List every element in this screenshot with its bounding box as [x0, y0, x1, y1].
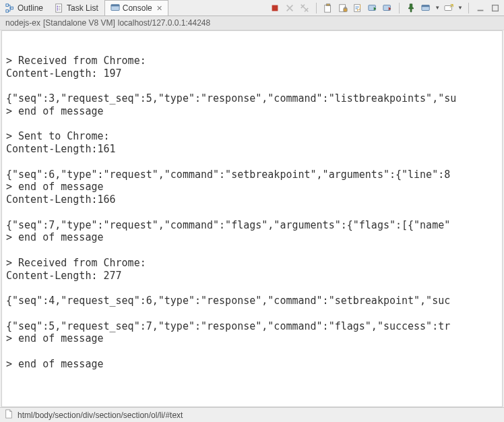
word-wrap-button[interactable]	[352, 2, 364, 14]
task-icon	[55, 3, 64, 13]
minimize-button[interactable]	[474, 2, 486, 14]
svg-rect-14	[327, 3, 330, 5]
svg-rect-12	[272, 5, 278, 11]
view-tabs: Outline Task List Console ✕	[0, 0, 168, 16]
svg-rect-13	[325, 5, 331, 12]
tab-task-list[interactable]: Task List	[49, 0, 104, 16]
remove-all-button[interactable]	[298, 2, 311, 14]
separator	[468, 3, 469, 13]
clear-console-button[interactable]	[322, 2, 334, 14]
show-standard-out-button[interactable]	[367, 2, 379, 14]
close-icon[interactable]: ✕	[156, 4, 162, 13]
svg-rect-22	[422, 5, 429, 7]
maximize-button[interactable]	[489, 2, 501, 14]
view-toolbar: Outline Task List Console ✕	[0, 0, 504, 16]
tab-label: Outline	[18, 3, 43, 13]
svg-point-5	[57, 7, 59, 9]
tree-icon	[5, 3, 15, 13]
vm-label: [Standalone V8 VM]	[43, 18, 115, 28]
scroll-lock-button[interactable]	[337, 2, 349, 14]
status-bar: html/body/section/div/section/section/ol…	[0, 407, 504, 422]
tab-console[interactable]: Console ✕	[104, 0, 168, 16]
display-selected-console-button[interactable]	[420, 2, 432, 14]
svg-rect-11	[111, 5, 119, 7]
tab-label: Task List	[67, 3, 98, 13]
svg-point-6	[57, 9, 59, 10]
status-path: html/body/section/div/section/section/ol…	[18, 411, 183, 420]
tab-label: Console	[123, 3, 152, 13]
separator	[316, 3, 317, 13]
dropdown-arrow-icon[interactable]: ▼	[458, 5, 463, 11]
process-name: nodejs-ex	[5, 18, 40, 28]
tab-outline[interactable]: Outline	[0, 0, 49, 16]
open-console-button[interactable]	[443, 2, 455, 14]
svg-rect-25	[493, 5, 499, 11]
console-output[interactable]: > Received from Chrome: Content-Length: …	[1, 30, 503, 407]
show-standard-err-button[interactable]	[381, 2, 393, 14]
host-address: localhost/127.0.0.1:44248	[118, 18, 210, 28]
svg-rect-2	[11, 7, 13, 9]
console-toolbar: ▼ ▼	[168, 0, 504, 16]
svg-rect-24	[478, 9, 484, 11]
dropdown-arrow-icon[interactable]: ▼	[435, 5, 440, 11]
pin-console-button[interactable]	[405, 2, 417, 14]
document-icon	[4, 409, 13, 421]
console-context-bar: nodejs-ex [Standalone V8 VM] localhost/1…	[0, 16, 504, 30]
remove-launch-button[interactable]	[284, 2, 296, 14]
separator	[399, 3, 400, 13]
svg-rect-1	[6, 9, 9, 12]
console-icon	[111, 3, 120, 13]
terminate-button[interactable]	[269, 2, 281, 14]
svg-point-4	[57, 5, 59, 7]
svg-rect-0	[6, 3, 9, 6]
